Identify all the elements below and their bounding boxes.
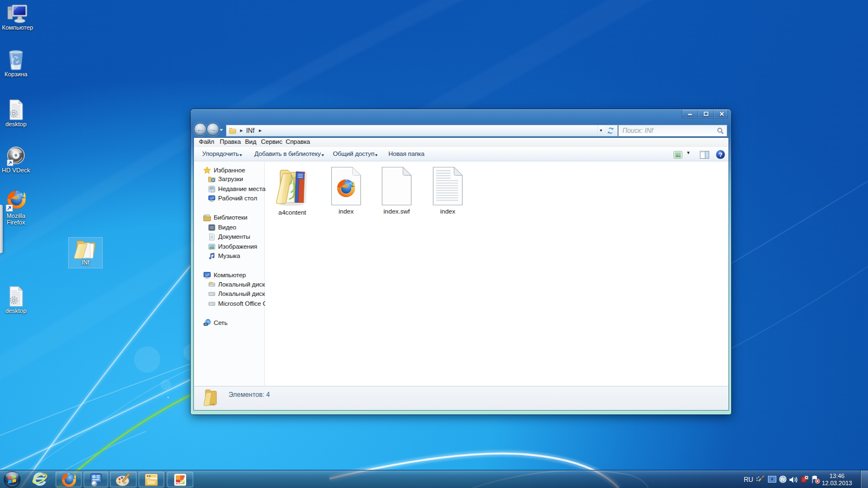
svg-text:?: ? xyxy=(719,152,722,158)
